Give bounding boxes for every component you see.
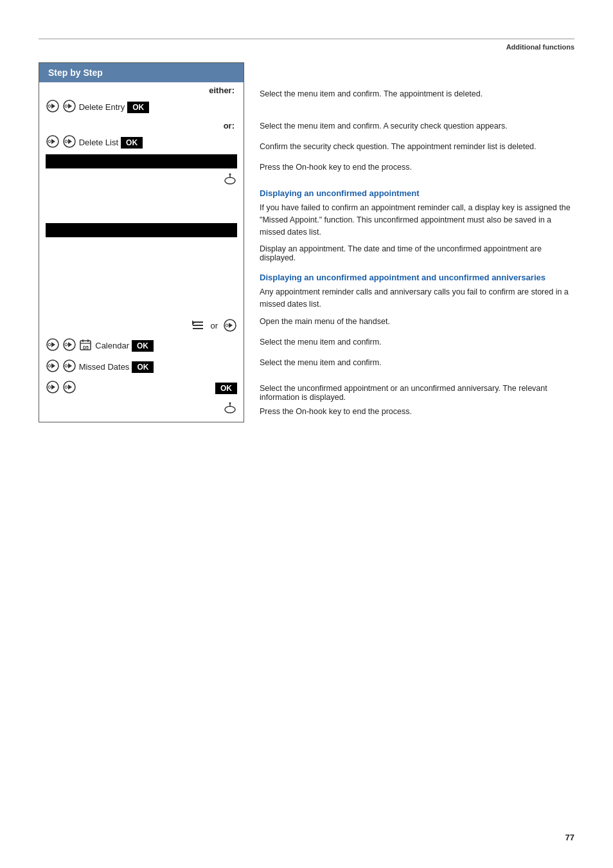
right-text-8: Select the menu item and confirm. [260,358,382,367]
svg-marker-40 [51,384,55,390]
menu-icon [191,318,205,332]
page-number: 77 [565,833,574,842]
spacer-either [260,62,574,87]
section-title-2: Displaying an unconfirmed appointment an… [260,273,574,282]
delete-entry-label: Delete Entry [79,102,125,112]
svg-marker-10 [68,139,72,144]
right-text-10: Press the On-hook key to end the process… [260,407,412,416]
final-nav-icons [46,380,76,396]
svg-point-44 [65,386,67,388]
delete-list-ok-button[interactable]: OK [121,137,143,149]
delete-list-icons [46,134,76,150]
menu-or-nav-row: or [39,316,244,335]
onhook-row-1 [39,170,244,188]
step-box-body: either: [39,82,244,422]
nav-icon-10 [62,380,76,394]
final-ok-button[interactable]: OK [215,383,237,394]
nav-icon-8 [62,359,76,373]
final-nav-ok-row: OK [39,377,244,399]
onhook-icon-2 [223,401,237,415]
svg-point-21 [226,324,228,327]
svg-point-5 [65,105,67,107]
nav-icon-7 [46,359,60,373]
svg-point-24 [48,343,51,346]
right-column: Select the menu item and confirm. The ap… [244,62,574,425]
svg-rect-16 [193,325,203,326]
right-text-9: Select the unconfirmed appointment or an… [260,384,574,402]
svg-point-27 [65,343,67,346]
svg-point-2 [48,105,51,107]
right-row-4: Press the On-hook key to end the process… [260,160,574,181]
black-bar-2 [46,223,237,237]
right-text-3: Confirm the security check question. The… [260,142,537,151]
svg-point-41 [48,386,51,388]
nav-icon-2 [62,99,76,113]
svg-point-11 [65,140,67,143]
right-text-5: Display an appointment. The date and tim… [260,244,574,262]
svg-marker-4 [68,104,72,109]
calendar-label: Calendar [95,341,129,350]
nav-icon-3 [46,134,60,149]
section-title-1: Displaying an unconfirmed appointment [260,188,574,198]
spacer-middle [39,239,244,316]
delete-entry-row: Delete Entry OK [39,96,244,118]
svg-point-38 [65,365,67,367]
nav-icon-9 [46,380,60,394]
right-row-8: Select the menu item and confirm. [260,356,574,376]
inline-or-label: or [208,321,220,330]
missed-dates-row: Missed Dates OK [39,356,244,377]
svg-point-12 [225,177,235,184]
missed-dates-icons [46,359,76,375]
step-box-header: Step by Step [39,63,244,82]
right-para-2: Any appointment reminder calls and anniv… [260,286,574,311]
nav-icon-5 [46,338,60,352]
right-text-6: Open the main menu of the handset. [260,317,390,326]
svg-point-45 [225,406,235,413]
right-row-5: Display an appointment. The date and tim… [260,242,574,265]
calendar-row: D5 Calendar OK [39,335,244,356]
right-row-1: Select the menu item and confirm. The ap… [260,87,574,107]
delete-list-row: Delete List OK [39,132,244,153]
right-row-6: Open the main menu of the handset. [260,314,574,335]
svg-marker-18 [192,320,195,325]
svg-point-8 [48,140,51,143]
main-layout: Step by Step either: [39,62,574,425]
calendar-d5-icon: D5 [78,338,93,352]
right-row-9: Select the unconfirmed appointment or an… [260,381,574,404]
onhook-icon-1 [223,172,237,186]
missed-dates-ok-button[interactable]: OK [132,361,154,373]
svg-text:D5: D5 [83,345,89,350]
right-text-4: Press the On-hook key to end the process… [260,163,412,172]
right-row-2: Select the menu item and confirm. A secu… [260,119,574,140]
svg-rect-17 [193,328,203,329]
left-column: Step by Step either: [39,62,244,425]
right-para-1: If you have failed to confirm an appoint… [260,202,574,238]
nav-icon-6 [62,338,76,352]
calendar-ok-button[interactable]: OK [132,340,154,352]
page: Additional functions Step by Step either… [0,0,613,868]
delete-entry-ok-button[interactable]: OK [127,102,149,113]
or-label: or: [39,118,244,132]
svg-marker-43 [68,384,72,390]
right-row-10: Press the On-hook key to end the process… [260,404,574,425]
svg-marker-1 [51,104,55,109]
svg-marker-23 [51,342,55,347]
phone-menu-icon [223,318,237,332]
svg-marker-34 [51,363,55,368]
either-label: either: [39,82,244,96]
right-row-7: Select the menu item and confirm. [260,335,574,356]
right-row-3: Confirm the security check question. The… [260,140,574,160]
step-box-title: Step by Step [48,68,103,78]
spacer-or [260,107,574,119]
onhook-row-2 [39,399,244,417]
header-title: Additional functions [506,43,574,51]
right-text-7: Select the menu item and confirm. [260,338,382,347]
calendar-icons: D5 [46,338,93,354]
spacer-blank [260,376,574,381]
step-box: Step by Step either: [39,62,244,422]
svg-marker-37 [68,363,72,368]
svg-marker-7 [51,139,55,144]
svg-point-47 [229,402,231,404]
black-bar-1 [46,154,237,168]
right-text-1: Select the menu item and confirm. The ap… [260,89,483,98]
